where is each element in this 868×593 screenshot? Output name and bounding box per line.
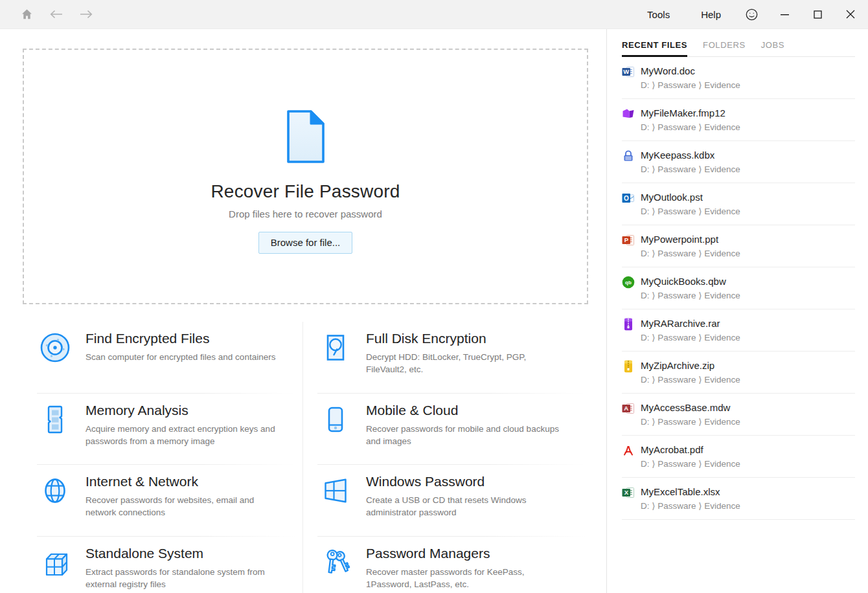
main-content: Recover File Password Drop files here to… [0, 29, 606, 593]
tools-menu[interactable]: Tools [637, 5, 680, 24]
features-grid: Find Encrypted Files Scan computer for e… [37, 322, 588, 593]
dropzone-subtitle: Drop files here to recover password [24, 208, 587, 219]
close-button[interactable] [841, 5, 860, 24]
file-name: MyRARarchive.rar [641, 317, 740, 330]
feature-mobile-and-cloud[interactable]: Mobile & Cloud Recover passwords for mob… [317, 394, 588, 465]
word-file-icon: W [622, 65, 635, 78]
feature-title: Standalone System [86, 544, 280, 562]
svg-text:A: A [624, 405, 628, 412]
file-path: D: ⟩ Passware ⟩ Evidence [641, 248, 740, 260]
list-item-file[interactable]: MyAcrobat.pdf D: ⟩ Passware ⟩ Evidence [622, 436, 855, 478]
feature-windows-password[interactable]: Windows Password Create a USB or CD that… [317, 465, 588, 537]
file-path: D: ⟩ Passware ⟩ Evidence [641, 290, 740, 302]
feature-internet-and-network[interactable]: Internet & Network Recover passwords for… [37, 465, 298, 537]
file-name: MyKeepass.kdbx [641, 149, 740, 162]
home-icon [20, 8, 34, 21]
close-icon [846, 10, 855, 19]
filemaker-file-icon [622, 107, 635, 120]
file-name: MyAcrobat.pdf [641, 443, 740, 456]
feature-title: Internet & Network [86, 473, 280, 490]
titlebar-right: Tools Help [637, 5, 868, 24]
svg-text:O: O [624, 195, 629, 202]
file-path: D: ⟩ Passware ⟩ Evidence [641, 164, 740, 175]
list-item-file[interactable]: O MyOutlook.pst D: ⟩ Passware ⟩ Evidence [622, 183, 855, 225]
dropzone-title: Recover File Password [24, 181, 587, 202]
svg-text:W: W [623, 68, 629, 75]
feature-description: Create a USB or CD that resets Windows a… [366, 494, 560, 519]
forward-button[interactable] [78, 6, 95, 23]
file-path: D: ⟩ Passware ⟩ Evidence [641, 122, 740, 133]
home-button[interactable] [18, 6, 35, 23]
tab-jobs[interactable]: JOBS [761, 40, 784, 56]
svg-text:qb: qb [625, 280, 632, 285]
list-item-file[interactable]: W MyWord.doc D: ⟩ Passware ⟩ Evidence [622, 57, 855, 99]
list-item-file[interactable]: MyRARarchive.rar D: ⟩ Passware ⟩ Evidenc… [622, 309, 855, 352]
smartphone-icon [319, 403, 352, 436]
registry-cubes-icon [39, 546, 71, 579]
powerpoint-file-icon: P [622, 234, 635, 247]
file-name: MyPowerpoint.ppt [641, 233, 740, 246]
back-button[interactable] [48, 6, 65, 23]
titlebar: Tools Help [0, 0, 868, 29]
memory-chip-icon [39, 403, 71, 436]
feature-description: Decrypt HDD: BitLocker, TrueCrypt, PGP, … [366, 351, 560, 375]
keepass-lock-icon [622, 150, 635, 162]
tab-folders[interactable]: FOLDERS [703, 40, 746, 56]
feature-memory-analysis[interactable]: Memory Analysis Acquire memory and extra… [37, 394, 298, 465]
radar-icon [39, 331, 71, 364]
list-item-file[interactable]: MyFileMaker.fmp12 D: ⟩ Passware ⟩ Eviden… [622, 99, 855, 141]
file-name: MyAccessBase.mdw [641, 401, 740, 414]
feature-full-disk-encryption[interactable]: Full Disk Encryption Decrypt HDD: BitLoc… [317, 322, 588, 394]
file-name: MyQuickBooks.qbw [641, 275, 740, 288]
list-item-file[interactable]: X MyExcelTable.xlsx D: ⟩ Passware ⟩ Evid… [622, 478, 855, 520]
globe-icon [39, 475, 71, 507]
feature-standalone-system[interactable]: Standalone System Extract passwords for … [37, 537, 298, 593]
file-path: D: ⟩ Passware ⟩ Evidence [641, 374, 740, 386]
excel-file-icon: X [622, 486, 635, 499]
windows-logo-icon [319, 475, 352, 507]
svg-text:X: X [624, 489, 629, 496]
minimize-icon [781, 10, 789, 19]
feedback-button[interactable] [742, 5, 760, 23]
maximize-button[interactable] [808, 5, 827, 24]
feature-password-managers[interactable]: Password Managers Recover master passwor… [317, 537, 588, 593]
rar-archive-icon [622, 318, 635, 331]
list-item-file[interactable]: MyKeepass.kdbx D: ⟩ Passware ⟩ Evidence [622, 141, 855, 183]
feedback-smiley-icon [746, 8, 758, 21]
sidebar-tabs: RECENT FILES FOLDERS JOBS [622, 40, 855, 57]
browse-for-file-button[interactable]: Browse for file... [258, 232, 353, 254]
file-path: D: ⟩ Passware ⟩ Evidence [641, 458, 740, 470]
hard-disk-icon [319, 331, 352, 364]
feature-title: Password Managers [366, 544, 560, 562]
svg-text:P: P [624, 236, 629, 243]
minimize-button[interactable] [775, 5, 794, 24]
feature-description: Recover passwords for mobile and cloud b… [366, 423, 560, 447]
file-path: D: ⟩ Passware ⟩ Evidence [641, 206, 740, 218]
file-name: MyExcelTable.xlsx [641, 486, 740, 498]
file-path: D: ⟩ Passware ⟩ Evidence [641, 332, 740, 344]
maximize-icon [814, 10, 822, 19]
forward-arrow-icon [79, 8, 93, 20]
tab-recent-files[interactable]: RECENT FILES [622, 40, 687, 56]
feature-title: Find Encrypted Files [86, 330, 275, 347]
list-item-file[interactable]: MyZipArchive.zip D: ⟩ Passware ⟩ Evidenc… [622, 352, 855, 394]
list-item-file[interactable]: A MyAccessBase.mdw D: ⟩ Passware ⟩ Evide… [622, 394, 855, 436]
file-path: D: ⟩ Passware ⟩ Evidence [641, 80, 740, 91]
file-name: MyOutlook.pst [641, 191, 740, 204]
file-drop-zone[interactable]: Recover File Password Drop files here to… [23, 49, 588, 304]
feature-title: Full Disk Encryption [366, 330, 560, 347]
feature-description: Recover passwords for websites, email an… [86, 494, 280, 519]
feature-description: Acquire memory and extract encryption ke… [86, 423, 280, 447]
acrobat-pdf-icon [622, 444, 635, 457]
file-path: D: ⟩ Passware ⟩ Evidence [641, 500, 740, 512]
access-file-icon: A [622, 402, 635, 415]
back-arrow-icon [49, 8, 63, 20]
keys-icon [319, 546, 352, 579]
list-item-file[interactable]: qb MyQuickBooks.qbw D: ⟩ Passware ⟩ Evid… [622, 267, 855, 309]
feature-description: Extract passwords for standalone system … [86, 566, 280, 590]
list-item-file[interactable]: P MyPowerpoint.ppt D: ⟩ Passware ⟩ Evide… [622, 225, 855, 267]
help-menu[interactable]: Help [691, 5, 731, 24]
outlook-file-icon: O [622, 192, 635, 205]
feature-find-encrypted-files[interactable]: Find Encrypted Files Scan computer for e… [37, 322, 298, 394]
feature-title: Windows Password [366, 473, 560, 490]
